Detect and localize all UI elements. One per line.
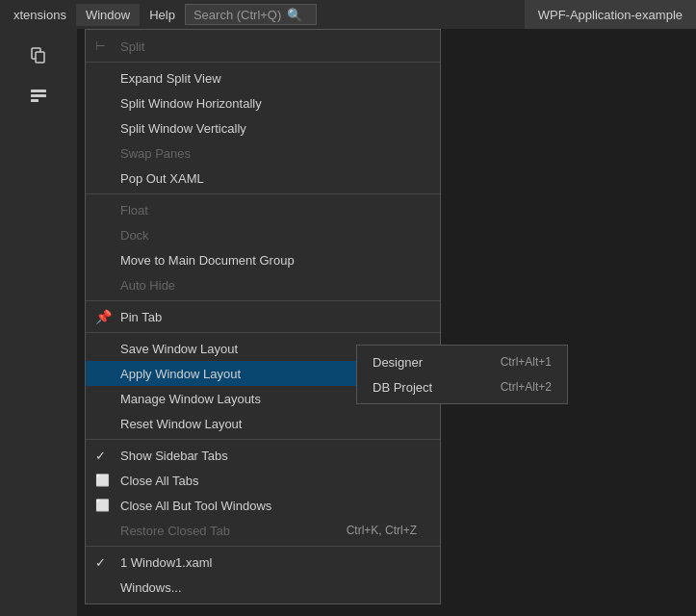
pop-out-xaml-label: Pop Out XAML bbox=[120, 171, 204, 186]
close-all-icon: ⬜ bbox=[95, 474, 110, 487]
separator-6 bbox=[86, 546, 440, 547]
dock-label: Dock bbox=[120, 228, 149, 243]
manage-layouts-label: Manage Window Layouts bbox=[120, 392, 261, 406]
menu-help[interactable]: Help bbox=[140, 4, 185, 26]
svg-rect-3 bbox=[31, 94, 46, 97]
separator-1 bbox=[86, 62, 440, 63]
menu-item-pop-out-xaml[interactable]: Pop Out XAML bbox=[86, 166, 440, 191]
app-title: WPF-Application-example bbox=[525, 0, 696, 29]
db-project-label: DB Project bbox=[373, 380, 432, 395]
menu-item-split[interactable]: ⊢ Split bbox=[86, 34, 440, 59]
svg-rect-4 bbox=[31, 99, 39, 102]
menu-item-split-label: Split bbox=[120, 39, 144, 54]
window-menu: ⊢ Split Expand Split View Split Window H… bbox=[85, 29, 441, 604]
menu-item-pin-tab[interactable]: 📌 Pin Tab bbox=[86, 304, 440, 329]
menubar: xtensions Window Help Search (Ctrl+Q) 🔍 … bbox=[0, 0, 696, 29]
sidebar-icon-files[interactable] bbox=[21, 38, 56, 73]
menu-item-window1[interactable]: ✓ 1 Window1.xaml bbox=[86, 550, 440, 575]
check-icon-window1: ✓ bbox=[95, 555, 106, 570]
menu-item-close-all-but[interactable]: ⬜ Close All But Tool Windows bbox=[86, 493, 440, 518]
apply-layout-label: Apply Window Layout bbox=[120, 367, 241, 381]
designer-shortcut: Ctrl+Alt+1 bbox=[501, 355, 552, 369]
svg-rect-2 bbox=[31, 90, 46, 92]
auto-hide-label: Auto Hide bbox=[120, 278, 175, 293]
save-layout-label: Save Window Layout bbox=[120, 342, 238, 356]
menu-window[interactable]: Window bbox=[76, 4, 140, 26]
menu-item-move-to-main[interactable]: Move to Main Document Group bbox=[86, 247, 440, 272]
menu-item-dock[interactable]: Dock bbox=[86, 222, 440, 247]
float-label: Float bbox=[120, 203, 148, 218]
menu-item-show-sidebar[interactable]: ✓ Show Sidebar Tabs bbox=[86, 443, 440, 468]
menu-item-reset-layout[interactable]: Reset Window Layout bbox=[86, 411, 440, 436]
expand-split-label: Expand Split View bbox=[120, 71, 221, 86]
split-indent-icon: ⊢ bbox=[95, 39, 105, 53]
swap-panes-label: Swap Panes bbox=[120, 146, 191, 161]
menu-item-split-horizontal[interactable]: Split Window Horizontally bbox=[86, 90, 440, 116]
search-icon: 🔍 bbox=[287, 8, 302, 22]
move-to-main-label: Move to Main Document Group bbox=[120, 253, 295, 268]
show-sidebar-label: Show Sidebar Tabs bbox=[120, 449, 228, 463]
close-all-but-label: Close All But Tool Windows bbox=[120, 499, 271, 513]
separator-5 bbox=[86, 439, 440, 440]
search-label: Search (Ctrl+Q) bbox=[193, 8, 281, 22]
menu-item-float[interactable]: Float bbox=[86, 197, 440, 222]
split-vertical-label: Split Window Vertically bbox=[120, 121, 246, 136]
window1-label: 1 Window1.xaml bbox=[120, 555, 212, 570]
close-all-but-icon: ⬜ bbox=[95, 499, 110, 512]
reset-layout-label: Reset Window Layout bbox=[120, 417, 242, 431]
sidebar bbox=[0, 29, 77, 616]
menu-item-close-all[interactable]: ⬜ Close All Tabs bbox=[86, 468, 440, 493]
submenu-item-db-project[interactable]: DB Project Ctrl+Alt+2 bbox=[357, 374, 567, 399]
split-horizontal-label: Split Window Horizontally bbox=[120, 96, 262, 111]
windows-label: Windows... bbox=[120, 580, 182, 595]
close-all-label: Close All Tabs bbox=[120, 474, 198, 488]
pin-tab-label: Pin Tab bbox=[120, 310, 162, 324]
menu-item-auto-hide[interactable]: Auto Hide bbox=[86, 272, 440, 297]
menu-item-split-vertical[interactable]: Split Window Vertically bbox=[86, 116, 440, 141]
menu-item-restore-closed[interactable]: Restore Closed Tab Ctrl+K, Ctrl+Z bbox=[86, 518, 440, 543]
separator-4 bbox=[86, 332, 440, 333]
submenu-item-designer[interactable]: Designer Ctrl+Alt+1 bbox=[357, 349, 567, 374]
menu-item-expand-split[interactable]: Expand Split View bbox=[86, 65, 440, 90]
menu-item-windows[interactable]: Windows... bbox=[86, 575, 440, 600]
separator-2 bbox=[86, 193, 440, 194]
search-box[interactable]: Search (Ctrl+Q) 🔍 bbox=[185, 4, 317, 25]
separator-3 bbox=[86, 300, 440, 301]
check-icon-sidebar: ✓ bbox=[95, 449, 106, 463]
sidebar-icon-layers[interactable] bbox=[21, 77, 56, 112]
menu-item-swap-panes[interactable]: Swap Panes bbox=[86, 141, 440, 166]
designer-label: Designer bbox=[373, 355, 423, 370]
apply-layout-submenu: Designer Ctrl+Alt+1 DB Project Ctrl+Alt+… bbox=[356, 345, 568, 404]
pin-icon: 📌 bbox=[95, 309, 112, 324]
db-project-shortcut: Ctrl+Alt+2 bbox=[501, 380, 552, 394]
svg-rect-1 bbox=[36, 52, 44, 63]
menu-extensions[interactable]: xtensions bbox=[4, 4, 76, 26]
restore-closed-shortcut: Ctrl+K, Ctrl+Z bbox=[347, 524, 417, 537]
restore-closed-label: Restore Closed Tab bbox=[120, 524, 230, 538]
